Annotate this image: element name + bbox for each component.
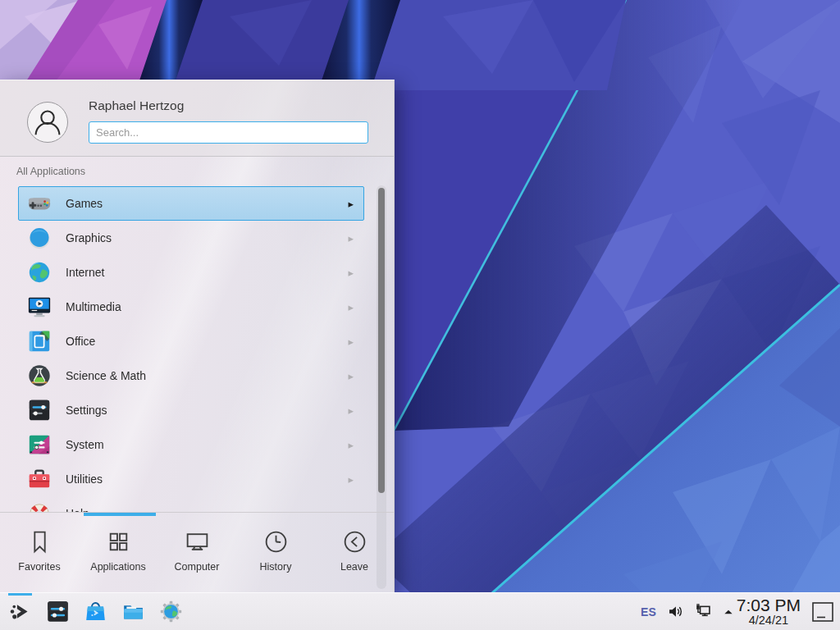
kickoff-icon	[8, 600, 32, 623]
help-icon	[27, 501, 52, 513]
menu-item-games[interactable]: Games ▸	[18, 186, 364, 221]
menu-item-settings[interactable]: Settings ▸	[18, 393, 364, 427]
taskbar-file-manager[interactable]	[121, 600, 145, 623]
submenu-arrow-icon: ▸	[348, 370, 354, 382]
search-input[interactable]	[89, 121, 368, 144]
menu-item-internet[interactable]: Internet ▸	[18, 255, 364, 290]
submenu-arrow-icon: ▸	[348, 404, 354, 417]
taskbar-application-launcher[interactable]	[8, 600, 32, 623]
system-icon	[27, 432, 52, 457]
section-label: All Applications	[16, 166, 85, 177]
submenu-arrow-icon: ▸	[348, 336, 354, 348]
applications-icon	[105, 528, 132, 555]
tab-computer[interactable]: Computer	[158, 513, 236, 592]
digital-clock[interactable]: 7:03 PM 4/24/21	[737, 596, 801, 626]
menu-item-utilities[interactable]: Utilities ▸	[18, 462, 364, 496]
volume-icon[interactable]	[667, 603, 684, 620]
menu-item-help[interactable]: Help ▸	[18, 496, 364, 513]
tab-leave[interactable]: Leave	[315, 513, 394, 592]
application-launcher-menu: Raphael Hertzog All Applications Games ▸…	[0, 80, 395, 592]
leave-icon	[341, 528, 368, 555]
submenu-arrow-icon: ▸	[348, 301, 354, 313]
computer-icon	[184, 528, 211, 555]
user-avatar[interactable]	[27, 102, 68, 143]
user-name: Raphael Hertzog	[89, 98, 184, 113]
taskbar-web-browser[interactable]	[159, 600, 183, 623]
application-category-list: Games ▸ Graphics ▸ Internet ▸ Multimedia…	[0, 180, 394, 513]
submenu-arrow-icon: ▸	[348, 232, 354, 244]
history-icon	[262, 528, 290, 555]
taskbar-panel: ES 7:03 PM 4/24/21	[0, 592, 840, 630]
menu-item-multimedia[interactable]: Multimedia ▸	[18, 290, 364, 324]
discover-icon	[84, 600, 107, 623]
favorites-icon	[26, 528, 53, 555]
menu-item-office[interactable]: Office ▸	[18, 324, 364, 358]
menu-item-system[interactable]: System ▸	[18, 427, 364, 462]
system-tray: ES	[641, 603, 734, 620]
launcher-tab-bar: Favorites Applications Computer History …	[0, 512, 394, 592]
submenu-arrow-icon: ▸	[348, 439, 354, 451]
taskbar-system-settings[interactable]	[46, 600, 70, 623]
clock-date: 4/24/21	[737, 614, 801, 627]
network-icon[interactable]	[695, 603, 712, 620]
graphics-icon	[27, 226, 52, 250]
systemsettings-icon	[46, 600, 70, 623]
tab-applications[interactable]: Applications	[79, 513, 158, 592]
multimedia-icon	[27, 294, 52, 319]
active-task-indicator	[8, 593, 32, 596]
games-icon	[27, 191, 52, 216]
dolphin-icon	[121, 600, 145, 623]
clock-time: 7:03 PM	[737, 596, 801, 614]
menu-item-science-math[interactable]: Science & Math ▸	[18, 358, 364, 393]
taskbar-launchers	[0, 600, 183, 623]
scrollbar-thumb[interactable]	[378, 188, 385, 493]
submenu-arrow-icon: ▸	[348, 473, 354, 486]
tab-history[interactable]: History	[236, 513, 315, 592]
launcher-header: Raphael Hertzog	[0, 80, 394, 157]
science-icon	[27, 363, 52, 388]
submenu-arrow-icon: ▸	[348, 198, 354, 210]
tab-favorites[interactable]: Favorites	[0, 513, 79, 592]
menu-item-graphics[interactable]: Graphics ▸	[18, 221, 364, 255]
browser-icon	[159, 600, 183, 623]
active-tab-indicator	[84, 513, 156, 516]
settings-icon	[27, 398, 52, 422]
taskbar-discover[interactable]	[84, 600, 107, 623]
show-desktop-button[interactable]	[811, 601, 834, 623]
keyboard-layout-indicator[interactable]: ES	[641, 605, 656, 619]
submenu-arrow-icon: ▸	[348, 267, 354, 279]
expand-tray-icon[interactable]	[723, 606, 734, 618]
office-icon	[27, 329, 52, 354]
desktop: { "accent_color": "#3daee9", "launcher":…	[0, 0, 840, 630]
utilities-icon	[27, 467, 52, 491]
internet-icon	[27, 260, 52, 285]
